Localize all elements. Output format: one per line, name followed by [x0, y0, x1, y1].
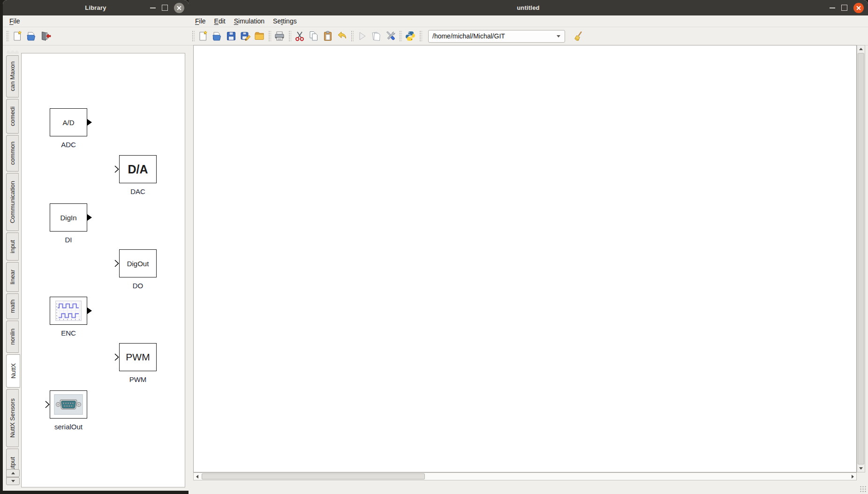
menu-label-post: dit [219, 17, 226, 25]
toolbar-separator [288, 30, 291, 42]
scroll-down-button[interactable] [857, 465, 865, 472]
block-di[interactable]: DigIn [50, 203, 87, 232]
input-port-icon[interactable] [45, 401, 50, 408]
folder-icon [254, 30, 265, 42]
untitled-titlebar[interactable]: untitled [189, 0, 868, 15]
clean-button[interactable] [571, 29, 585, 43]
library-tab-math[interactable]: math [6, 293, 19, 319]
scroll-up-button[interactable] [857, 45, 865, 52]
menu-settings[interactable]: Settings [269, 15, 301, 27]
tab-label: common [9, 142, 16, 165]
library-tab-nuttx[interactable]: NuttX [6, 354, 20, 388]
window-controls [150, 0, 184, 15]
input-port-icon[interactable] [114, 165, 119, 173]
path-combobox[interactable]: /home/michal/Michal/GIT [428, 30, 565, 43]
undo-icon [336, 30, 347, 42]
maximize-button[interactable] [841, 5, 847, 11]
tab-scroll-up-button[interactable] [6, 469, 20, 477]
block-text: DigOut [127, 260, 149, 268]
close-button[interactable] [174, 3, 184, 13]
horizontal-scrollbar-thumb[interactable] [202, 473, 425, 479]
toolbar-drag-handle[interactable] [6, 30, 9, 42]
input-port-icon[interactable] [114, 353, 119, 361]
library-tab-linear[interactable]: linear [6, 262, 19, 292]
undo-button[interactable] [335, 29, 349, 43]
menu-label-accel: F [9, 17, 14, 25]
cut-button[interactable] [293, 29, 307, 43]
library-tab-nuttx-sensors[interactable]: NuttX Sensors [6, 389, 19, 447]
window-title: untitled [517, 4, 540, 11]
exit-button[interactable] [38, 29, 53, 43]
window-resize-grip[interactable] [860, 486, 866, 492]
tab-label: nonlin [9, 329, 16, 345]
tab-label: math [9, 299, 16, 313]
new-file-button[interactable] [10, 29, 24, 43]
window-title: Library [85, 4, 106, 11]
minimize-button[interactable] [830, 7, 835, 8]
open-button[interactable] [24, 29, 38, 43]
open-folder-button[interactable] [252, 29, 266, 43]
save-as-button[interactable] [238, 29, 252, 43]
copy-button[interactable] [307, 29, 321, 43]
output-port-icon[interactable] [87, 214, 92, 221]
close-button[interactable] [853, 3, 864, 13]
scroll-left-button[interactable] [194, 473, 201, 480]
open-button[interactable] [210, 29, 224, 43]
block-pwm[interactable]: PWM [119, 343, 157, 371]
toolbar-drag-handle[interactable] [191, 30, 195, 42]
horizontal-scrollbar[interactable] [193, 472, 857, 480]
library-body: can Maxon comedi common Communication in… [3, 45, 189, 491]
library-titlebar[interactable]: Library [3, 0, 189, 15]
vertical-scrollbar-thumb[interactable] [858, 53, 864, 464]
menu-label-accel: E [214, 17, 219, 25]
menu-edit[interactable]: Edit [210, 15, 230, 27]
print-button[interactable] [272, 29, 287, 43]
clean-icon [572, 30, 583, 42]
input-port-icon[interactable] [114, 260, 119, 267]
output-port-icon[interactable] [87, 119, 92, 126]
left-arrow-icon [196, 475, 198, 479]
paste-button[interactable] [321, 29, 335, 43]
block-text: DigIn [60, 214, 76, 222]
library-tab-communication[interactable]: Communication [6, 173, 19, 231]
duplicate-button[interactable] [369, 29, 383, 43]
menu-file[interactable]: File [191, 15, 210, 27]
library-tab-nonlin[interactable]: nonlin [6, 321, 19, 353]
menu-label-post: tings [283, 17, 297, 25]
block-serialout[interactable] [50, 390, 87, 419]
tab-scroll-down-button[interactable] [6, 477, 20, 485]
python-button[interactable] [403, 29, 417, 43]
untitled-toolbar: /home/michal/Michal/GIT [189, 27, 868, 45]
library-tab-input[interactable]: input [6, 232, 19, 261]
block-do[interactable]: DigOut [119, 249, 157, 277]
duplicate-icon [370, 30, 382, 42]
library-canvas[interactable]: A/D ADC D/A DAC DigIn DI DigOut DO [21, 53, 185, 487]
run-icon [356, 30, 368, 42]
minimize-button[interactable] [150, 7, 156, 8]
menu-simulation[interactable]: Simulation [230, 15, 269, 27]
untitled-window: untitled File Edit Simulation Settings [189, 0, 868, 494]
tab-label: NuttX Sensors [9, 398, 16, 438]
library-tab-can-maxon[interactable]: can Maxon [6, 55, 19, 97]
tools-button[interactable] [383, 29, 397, 43]
new-file-button[interactable] [196, 29, 210, 43]
block-dac[interactable]: D/A [119, 155, 157, 183]
menu-file[interactable]: File [5, 15, 24, 27]
library-tab-comedi[interactable]: comedi [6, 99, 19, 134]
menu-label-accel: F [195, 17, 199, 25]
block-label: ENC [31, 329, 106, 337]
output-port-icon[interactable] [87, 307, 92, 314]
diagram-canvas[interactable] [193, 45, 857, 472]
maximize-button[interactable] [162, 5, 168, 11]
vertical-scrollbar[interactable] [857, 45, 865, 472]
block-enc[interactable] [50, 297, 87, 325]
save-button[interactable] [224, 29, 238, 43]
library-window: Library File can Maxon comedi common Com… [3, 0, 189, 491]
library-tab-common[interactable]: common [6, 135, 19, 172]
block-label: DAC [100, 187, 175, 195]
untitled-body [189, 45, 868, 494]
run-button[interactable] [355, 29, 369, 43]
block-adc[interactable]: A/D [50, 108, 87, 136]
python-icon [405, 30, 416, 42]
scroll-right-button[interactable] [849, 473, 856, 480]
